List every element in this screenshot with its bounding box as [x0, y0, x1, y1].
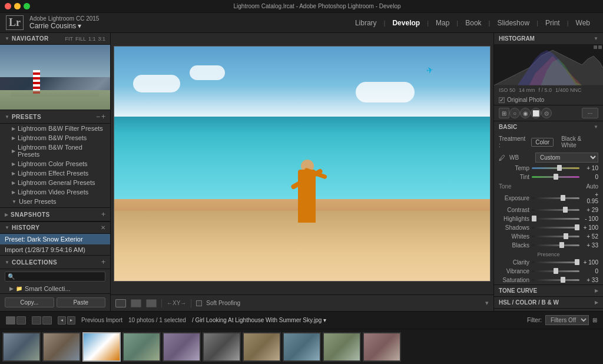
clarity-slider[interactable]	[532, 262, 579, 263]
blacks-thumb[interactable]	[559, 242, 564, 248]
loupe-view-btn[interactable]	[16, 316, 26, 325]
wb-eyedropper-icon[interactable]: 🖊	[499, 154, 507, 161]
film-thumb-6[interactable]	[203, 332, 241, 362]
maximize-window-button[interactable]	[24, 3, 30, 9]
selected-photo-name[interactable]: / Girl Looking At Lighthouse With Summer…	[192, 317, 326, 323]
film-thumb-4[interactable]	[122, 332, 161, 362]
nav-develop[interactable]: Develop	[385, 13, 427, 33]
whites-slider[interactable]	[532, 236, 579, 237]
film-thumb-8[interactable]	[283, 332, 321, 362]
minimize-window-button[interactable]	[14, 3, 21, 9]
preset-color[interactable]: ▶ Lightroom Color Presets	[0, 159, 110, 168]
temp-thumb[interactable]	[557, 165, 562, 171]
redeye-tool[interactable]: ◉	[520, 108, 531, 118]
exposure-slider[interactable]	[532, 197, 579, 199]
wb-select[interactable]: Custom Auto Daylight	[535, 153, 598, 163]
contrast-slider[interactable]	[532, 209, 579, 211]
nav-web[interactable]: Web	[569, 13, 597, 33]
preset-bw[interactable]: ▶ Lightroom B&W Presets	[0, 133, 110, 143]
presets-minus-button[interactable]: −	[96, 112, 100, 121]
film-thumb-3-selected[interactable]	[82, 332, 121, 362]
preset-general[interactable]: ▶ Lightroom General Presets	[0, 178, 110, 187]
nav-3to1-btn[interactable]: 3:1	[98, 36, 105, 42]
preset-bw-toned[interactable]: ▶ Lightroom B&W Toned Presets	[0, 143, 110, 159]
navigator-header[interactable]: ▼ Navigator FIT FILL 1:1 3:1	[0, 33, 110, 45]
nav-book[interactable]: Book	[458, 13, 488, 33]
histogram-header[interactable]: Histogram ▼	[494, 33, 603, 44]
history-close-button[interactable]: ✕	[101, 224, 105, 231]
shadows-thumb[interactable]	[575, 224, 579, 230]
spot-removal-tool[interactable]: ○	[509, 108, 520, 118]
toolbar-loupe-icon[interactable]	[115, 299, 126, 307]
prev-photo-arrow[interactable]: ◂	[58, 316, 66, 325]
next-photo-arrow[interactable]: ▸	[67, 316, 75, 325]
hsl-header[interactable]: HSL / Color / B & W ▶	[494, 297, 603, 308]
nav-1to1-btn[interactable]: 1:1	[88, 36, 96, 42]
film-thumb-5[interactable]	[163, 332, 201, 362]
basic-header[interactable]: Basic ▼	[494, 121, 603, 133]
toolbar-xy-control[interactable]: ←XY→	[167, 300, 186, 306]
thumb-large-btn[interactable]	[42, 316, 52, 325]
nav-library[interactable]: Library	[348, 13, 384, 33]
nav-fit-btn[interactable]: FIT	[65, 36, 73, 42]
toolbar-expand-arrow[interactable]: ▾	[485, 299, 489, 307]
grid-view-btn[interactable]	[6, 316, 15, 325]
snapshots-header[interactable]: ▶ Snapshots +	[0, 208, 110, 221]
radial-filter-tool[interactable]: ⊙	[541, 108, 552, 118]
preset-effect[interactable]: ▶ Lightroom Effect Presets	[0, 168, 110, 178]
film-thumb-7[interactable]	[243, 332, 281, 362]
vibrance-slider[interactable]	[532, 270, 579, 272]
graduated-filter-tool[interactable]: ⬜	[531, 108, 541, 118]
collections-add-button[interactable]: +	[101, 258, 105, 266]
contrast-thumb[interactable]	[563, 207, 568, 213]
film-thumb-1[interactable]	[2, 332, 41, 362]
film-thumb-2[interactable]	[42, 332, 81, 362]
highlights-thumb[interactable]	[532, 216, 536, 221]
saturation-slider[interactable]	[532, 279, 579, 281]
filter-options-icon[interactable]: ⊞	[592, 317, 597, 323]
exposure-thumb[interactable]	[561, 195, 565, 201]
nav-map[interactable]: Map	[429, 13, 456, 33]
toolbar-survey-icon[interactable]	[146, 299, 157, 307]
history-item-preset[interactable]: Preset: Dark Snow Exterior	[0, 234, 110, 244]
snapshots-add-button[interactable]: +	[101, 210, 105, 219]
nav-slideshow[interactable]: Slideshow	[490, 13, 536, 33]
nav-fill-btn[interactable]: FILL	[75, 36, 86, 42]
film-thumb-10[interactable]	[363, 332, 401, 362]
soft-proof-check[interactable]	[196, 300, 202, 306]
photo-area[interactable]: ✈	[111, 33, 493, 294]
more-tools-button[interactable]: ···	[582, 108, 598, 118]
presets-add-button[interactable]: +	[101, 112, 105, 121]
paste-button[interactable]: Paste	[57, 297, 106, 307]
clarity-thumb[interactable]	[575, 259, 579, 265]
toolbar-compare-icon[interactable]	[131, 299, 141, 307]
bw-treatment-button[interactable]: Black & White	[557, 134, 598, 150]
nav-print[interactable]: Print	[538, 13, 567, 33]
tone-auto-button[interactable]: Auto	[586, 183, 598, 190]
preset-video[interactable]: ▶ Lightroom Video Presets	[0, 187, 110, 197]
saturation-thumb[interactable]	[561, 277, 565, 283]
tone-curve-header[interactable]: Tone Curve ▶	[494, 285, 603, 296]
tint-slider[interactable]	[532, 176, 579, 178]
filter-dropdown[interactable]: Filters Off Rating Flag	[545, 315, 589, 325]
history-item-import[interactable]: Import (1/28/17 9:54:16 AM)	[0, 244, 110, 255]
close-window-button[interactable]	[5, 3, 11, 9]
temp-slider[interactable]	[532, 167, 579, 169]
crop-tool[interactable]: ⊞	[499, 108, 509, 118]
thumb-small-btn[interactable]	[32, 316, 41, 325]
presets-header[interactable]: ▼ Presets − +	[0, 110, 110, 124]
collection-smart[interactable]: ▶ 📁 Smart Collecti...	[0, 284, 110, 293]
whites-thumb[interactable]	[564, 233, 568, 239]
original-photo-area[interactable]: ✓ Original Photo	[494, 95, 603, 105]
blacks-slider[interactable]	[532, 244, 579, 246]
preset-user[interactable]: ▼ User Presets	[0, 197, 110, 206]
vibrance-thumb[interactable]	[554, 268, 558, 274]
highlights-slider[interactable]	[532, 218, 579, 220]
preset-bw-filter[interactable]: ▶ Lightroom B&W Filter Presets	[0, 124, 110, 133]
history-header[interactable]: ▼ History ✕	[0, 222, 110, 234]
collection-search-input[interactable]	[5, 272, 105, 282]
tint-thumb[interactable]	[554, 174, 558, 180]
soft-proof-checkbox-area[interactable]: Soft Proofing	[196, 300, 240, 306]
collections-header[interactable]: ▼ Collections +	[0, 256, 110, 269]
copy-button[interactable]: Copy...	[5, 297, 54, 307]
